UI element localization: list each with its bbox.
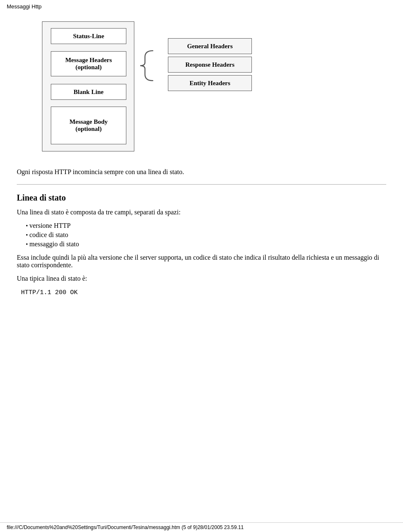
typical-label: Una tipica linea di stato è: [17, 275, 386, 282]
list-item: versione HTTP [29, 222, 386, 229]
http-message-diagram: Status-Line Message Headers (optional) B… [42, 21, 336, 156]
message-headers-box: Message Headers (optional) [51, 51, 126, 76]
page-title: Messaggi Http [0, 0, 403, 13]
left-structure-box: Status-Line Message Headers (optional) B… [42, 21, 134, 151]
message-body-box: Message Body (optional) [51, 107, 126, 144]
entity-headers-box: Entity Headers [168, 75, 252, 91]
general-headers-box: General Headers [168, 38, 252, 54]
blank-line-box: Blank Line [51, 84, 126, 100]
right-header-boxes: General Headers Response Headers Entity … [168, 38, 252, 91]
body-paragraph: Essa include quindi la più alta versione… [17, 254, 386, 269]
intro-paragraph: Ogni risposta HTTP incomincia sempre con… [17, 168, 386, 176]
status-line-box: Status-Line [51, 28, 126, 44]
main-content: Status-Line Message Headers (optional) B… [0, 13, 403, 336]
section-divider [17, 184, 386, 185]
bullet-list: versione HTTP codice di stato messaggio … [29, 222, 386, 248]
list-item: codice di stato [29, 231, 386, 239]
curly-brace [134, 49, 160, 82]
response-headers-box: Response Headers [168, 57, 252, 73]
code-example: HTTP/1.1 200 OK [21, 289, 386, 296]
section-heading: Linea di stato [17, 193, 386, 203]
description-text: Una linea di stato è composta da tre cam… [17, 209, 386, 216]
list-item: messaggio di stato [29, 240, 386, 248]
